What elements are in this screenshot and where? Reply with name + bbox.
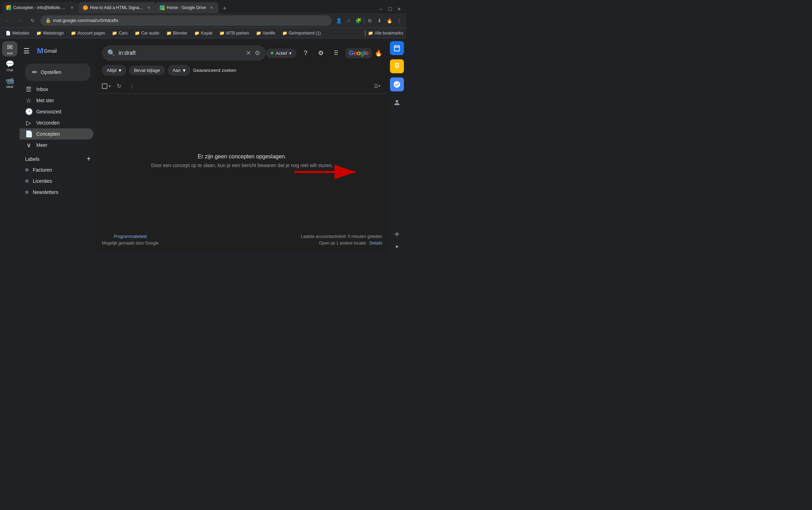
- url-bar[interactable]: 🔒 mail.google.com/mail/u/0/#drafts: [40, 15, 332, 26]
- footer-policy[interactable]: Programmabeleid: [102, 233, 159, 240]
- extensions-icon[interactable]: 🧩: [354, 16, 362, 25]
- bookmarks-bar: 📄 Websites 📁 Webdesign 📁 Account pages 📁…: [0, 28, 406, 38]
- new-tab-button[interactable]: +: [220, 3, 230, 13]
- gmail-favicon: [6, 5, 11, 10]
- status-chevron: ▾: [289, 51, 292, 56]
- footer-powered: Mogelijk gemaakt door Google: [102, 240, 159, 247]
- help-button[interactable]: ?: [299, 47, 312, 59]
- more-options-button[interactable]: ⋮: [127, 81, 137, 91]
- view-toggle-button[interactable]: ☰ ▾: [372, 81, 382, 91]
- bookmark-geimporteerd[interactable]: 📁 Geïmporteerd (1): [279, 30, 324, 36]
- tab-gmail-close[interactable]: ✕: [69, 5, 75, 10]
- search-input[interactable]: [119, 50, 242, 56]
- bookmark-car-audio[interactable]: 📁 Car audio: [132, 30, 162, 36]
- nav-more[interactable]: ∨ Meer: [20, 140, 93, 151]
- footer-activity: Laatste accountactiviteit: 0 minuten gel…: [301, 233, 382, 240]
- search-filter-button[interactable]: ⚙: [255, 49, 260, 57]
- expand-icon: [394, 244, 400, 249]
- nav-inbox[interactable]: ☰ Inbox: [20, 84, 93, 95]
- maximize-button[interactable]: ☐: [386, 5, 394, 13]
- nav-more-label: Meer: [36, 142, 47, 148]
- gmail-app: ✉ Mail 💬 Chat 📹 Meet ☰ M Gmail: [0, 38, 406, 255]
- right-panel-calendar[interactable]: [390, 41, 404, 55]
- footer-right: Laatste accountactiviteit: 0 minuten gel…: [301, 233, 382, 247]
- filter-bijlage-label: Bevat bijlage: [134, 68, 160, 73]
- minimize-button[interactable]: ─: [377, 5, 385, 13]
- all-bookmarks-icon: 📁: [368, 31, 373, 36]
- bookmark-blender-icon: 📁: [166, 31, 172, 36]
- bookmark-kayak-label: Kayak: [201, 31, 212, 36]
- bookmark-webdesign[interactable]: 📁 Webdesign: [33, 30, 67, 36]
- icon-strip-chat[interactable]: 💬 Chat: [2, 58, 17, 73]
- right-panel-expand[interactable]: [390, 241, 404, 252]
- compose-icon: ✏: [32, 68, 37, 76]
- customize-icon[interactable]: ⚙: [366, 16, 374, 25]
- tab-html[interactable]: How to Add a HTML Signature... ✕: [79, 2, 156, 13]
- search-section: 🔍 ✕ ⚙ Actief ▾ ? ⚙ ⠿ Google: [96, 41, 388, 65]
- forward-button[interactable]: →: [15, 16, 25, 25]
- tab-gmail-title: Concepten - info@biltsite.com: [13, 5, 67, 10]
- tasks-icon: [393, 81, 401, 88]
- status-button[interactable]: Actief ▾: [266, 48, 296, 58]
- bookmark-mtb[interactable]: 📁 MTB parken: [217, 30, 251, 36]
- right-panel-keep[interactable]: [390, 59, 404, 73]
- search-bar[interactable]: 🔍 ✕ ⚙: [102, 45, 266, 61]
- right-panel-add-button[interactable]: [390, 227, 404, 241]
- nav-drafts[interactable]: 📄 Concepten: [20, 128, 93, 140]
- nav-snoozed[interactable]: 🕐 Gesnoozed: [20, 106, 93, 117]
- flame-icon[interactable]: 🔥: [385, 16, 393, 25]
- bookmark-blender[interactable]: 📁 Blender: [164, 30, 190, 36]
- select-all-chevron[interactable]: ▾: [109, 84, 111, 89]
- profile-icon[interactable]: 👤: [334, 16, 343, 25]
- tab-drive[interactable]: Home - Google Drive ✕: [156, 2, 218, 13]
- tab-html-close[interactable]: ✕: [146, 5, 151, 10]
- icon-strip-mail[interactable]: ✉ Mail: [2, 41, 17, 57]
- select-all-checkbox[interactable]: [102, 83, 107, 89]
- nav-starred[interactable]: ☆ Met ster: [20, 95, 93, 106]
- address-bar: ← → ↻ 🔒 mail.google.com/mail/u/0/#drafts…: [0, 13, 406, 28]
- right-panel-tasks[interactable]: [390, 77, 404, 91]
- filter-aan-label: Aan: [173, 68, 181, 73]
- tab-gmail[interactable]: Concepten - info@biltsite.com ✕: [2, 2, 79, 13]
- filter-bar: Altijd ▾ Bevat bijlage Aan ▾ Geavanceerd…: [96, 65, 388, 78]
- compose-button[interactable]: ✏ Opstellen: [25, 63, 91, 81]
- menu-icon[interactable]: ⋮: [395, 16, 403, 25]
- label-licenties[interactable]: Licenties: [25, 175, 91, 187]
- label-newsletters[interactable]: Newsletters: [25, 187, 91, 198]
- footer-details-link[interactable]: Details: [369, 241, 382, 246]
- filter-bijlage[interactable]: Bevat bijlage: [129, 66, 165, 75]
- back-button[interactable]: ←: [3, 16, 13, 25]
- filter-aan[interactable]: Aan ▾: [168, 65, 190, 76]
- bookmark-vanlife[interactable]: 📁 Vanlife: [253, 30, 278, 36]
- bookmark-account-pages[interactable]: 📁 Account pages: [68, 30, 108, 36]
- label-dot-licenties: [25, 179, 29, 183]
- settings-button[interactable]: ⚙: [315, 47, 327, 59]
- mail-label: Mail: [7, 52, 13, 55]
- bookmark-websites[interactable]: 📄 Websites: [3, 30, 32, 36]
- search-clear-button[interactable]: ✕: [246, 49, 251, 57]
- advanced-search-button[interactable]: Geavanceerd zoeken: [193, 66, 236, 75]
- nav-sent[interactable]: ▷ Verzonden: [20, 117, 93, 128]
- labels-add-button[interactable]: +: [87, 155, 91, 163]
- icon-strip-meet[interactable]: 📹 Meet: [2, 75, 17, 90]
- star-icon[interactable]: ☆: [344, 16, 353, 25]
- reload-button[interactable]: ↻: [28, 16, 38, 25]
- html-favicon: [83, 5, 88, 10]
- filter-altijd[interactable]: Altijd ▾: [102, 65, 126, 76]
- tab-drive-close[interactable]: ✕: [209, 5, 214, 10]
- refresh-button[interactable]: ↻: [114, 81, 124, 91]
- all-bookmarks-label: Alle bookmarks: [375, 31, 403, 36]
- hamburger-icon[interactable]: ☰: [20, 44, 33, 58]
- status-label: Actief: [276, 51, 287, 56]
- bookmark-cars[interactable]: 📁 Cars: [109, 30, 130, 36]
- select-all-area[interactable]: ▾: [102, 83, 111, 89]
- download-icon[interactable]: ⬇: [375, 16, 384, 25]
- close-button[interactable]: ✕: [395, 5, 403, 13]
- label-facturen[interactable]: Facturen: [25, 164, 91, 175]
- bookmark-kayak[interactable]: 📁 Kayak: [191, 30, 215, 36]
- all-bookmarks[interactable]: │ 📁 Alle bookmarks: [364, 31, 403, 36]
- meet-label: Meet: [6, 85, 13, 89]
- apps-button[interactable]: ⠿: [330, 47, 343, 59]
- bookmark-webdesign-label: Webdesign: [43, 31, 64, 36]
- right-panel-contacts[interactable]: [390, 96, 404, 110]
